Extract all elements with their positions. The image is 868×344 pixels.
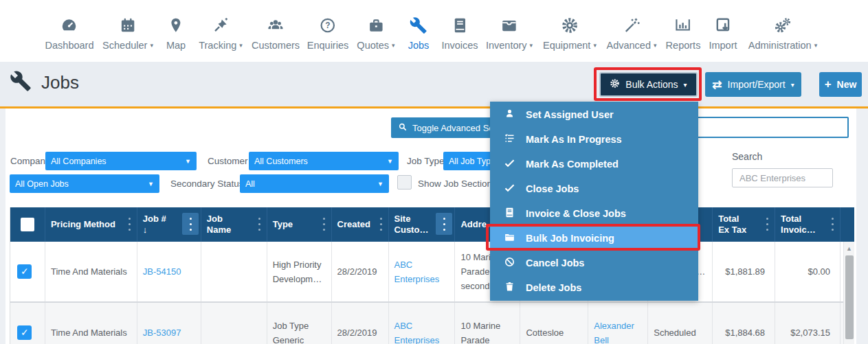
customer-filter-select[interactable]: All Customers ▼: [249, 152, 399, 170]
wrench-icon: [410, 16, 427, 37]
row-checkbox[interactable]: ✓: [17, 325, 32, 340]
nav-label: Advanced: [606, 40, 651, 51]
annotation-box-bulk-actions: [594, 67, 702, 101]
site-customer-link[interactable]: ABC Enterprises: [394, 319, 440, 344]
toggle-advanced-search-label: Toggle Advanced Search: [412, 123, 501, 133]
cell-job-name: [201, 242, 267, 301]
show-job-sections-checkbox[interactable]: [397, 175, 412, 190]
company-filter-select[interactable]: All Companies ▼: [45, 152, 197, 170]
menu-item-set-assigned-user[interactable]: Set Assigned User: [490, 102, 698, 127]
nav-item-reports[interactable]: Reports: [666, 16, 701, 51]
column-header-total-ex-tax[interactable]: Total Ex Tax: [713, 207, 775, 242]
toggle-advanced-search-button[interactable]: Toggle Advanced Search: [391, 117, 501, 138]
nav-label: Customers: [252, 40, 300, 51]
scrollbar-thumb[interactable]: [845, 255, 854, 339]
menu-item-invoice-and-close-jobs[interactable]: Invoice & Close Jobs: [490, 201, 698, 226]
nav-item-equipment[interactable]: Equipment▾: [543, 16, 597, 51]
bar-chart-icon: [674, 16, 692, 37]
column-header-created[interactable]: Created: [332, 207, 389, 242]
menu-item-delete-jobs[interactable]: Delete Jobs: [490, 275, 698, 300]
top-navbar: Dashboard Scheduler▾ Map Tracking▾ Custo…: [0, 0, 868, 62]
nav-item-map[interactable]: Map: [166, 16, 186, 51]
book-icon: [451, 16, 469, 37]
nav-item-dashboard[interactable]: Dashboard: [45, 16, 94, 51]
column-menu-icon[interactable]: [380, 218, 382, 220]
nav-item-advanced[interactable]: Advanced▾: [606, 16, 656, 51]
column-menu-icon[interactable]: [832, 218, 834, 220]
menu-item-label: Set Assigned User: [526, 109, 614, 120]
book-icon: [504, 207, 515, 220]
column-header-total-invoiced[interactable]: Total Invoic…: [775, 207, 841, 242]
annotation-box-bulk-job-invoicing: [486, 224, 700, 251]
cell-created: 28/2/2019: [332, 242, 389, 301]
page-title: Jobs: [41, 72, 79, 93]
menu-item-cancel-jobs[interactable]: Cancel Jobs: [490, 251, 698, 275]
customer-filter-label: Customer: [208, 156, 248, 166]
cell-pricing-method: Time And Materials: [45, 242, 137, 301]
cell-address: 10 Marine Parade: [455, 303, 520, 344]
ban-icon: [504, 256, 515, 270]
select-all-checkbox[interactable]: [21, 218, 34, 231]
column-menu-icon[interactable]: [129, 218, 131, 220]
nav-item-quotes[interactable]: Quotes▾: [357, 16, 394, 51]
column-menu-icon[interactable]: [258, 218, 260, 220]
column-menu-button[interactable]: [182, 213, 199, 235]
column-menu-icon[interactable]: [323, 218, 325, 220]
app-window: Dashboard Scheduler▾ Map Tracking▾ Custo…: [0, 0, 868, 344]
nav-label: Import: [709, 40, 737, 51]
chevron-down-icon: ▼: [377, 181, 383, 187]
cell-total-ex-tax: $1,881.89: [713, 242, 775, 301]
status-filter-select[interactable]: All Open Jobs ▼: [10, 174, 159, 193]
chevron-down-icon: ▼: [148, 181, 154, 187]
job-number-link[interactable]: JB-54150: [143, 264, 181, 279]
column-header-pricing-method[interactable]: Pricing Method: [45, 207, 137, 242]
nav-item-customers[interactable]: Customers: [252, 16, 300, 51]
nav-item-tracking[interactable]: Tracking▾: [199, 16, 243, 51]
cell-type: High Priority Developm…: [267, 242, 332, 301]
job-number-link[interactable]: JB-53097: [143, 325, 181, 340]
nav-label: Scheduler: [102, 40, 147, 51]
nav-item-enquiries[interactable]: ? Enquiries: [307, 16, 348, 51]
site-customer-link[interactable]: ABC Enterprises: [394, 257, 440, 286]
chevron-down-icon: ▾: [239, 42, 243, 49]
nav-item-administration[interactable]: Administration▾: [748, 16, 817, 51]
column-header-job-name[interactable]: Job Name: [201, 207, 267, 242]
menu-item-mark-as-in-progress[interactable]: Mark As In Progress: [490, 127, 698, 152]
list-icon: [504, 133, 515, 146]
column-header-site-customer[interactable]: Site Custo…: [389, 207, 456, 242]
nav-item-inventory[interactable]: Inventory▾: [486, 16, 533, 51]
row-checkbox[interactable]: ✓: [17, 264, 32, 279]
trash-icon: [504, 281, 515, 295]
menu-item-label: Invoice & Close Jobs: [526, 208, 626, 219]
gears-icon: [774, 16, 792, 37]
table-row[interactable]: ✓ Time And Materials JB-54150 High Prior…: [10, 242, 854, 303]
search-input[interactable]: [732, 168, 833, 187]
nav-label: Invoices: [441, 40, 478, 51]
nav-item-invoices[interactable]: Invoices: [441, 16, 478, 51]
menu-item-close-jobs[interactable]: Close Jobs: [490, 176, 698, 201]
column-header-job-number[interactable]: Job #↓: [137, 207, 201, 242]
import-export-button[interactable]: ⇄ Import/Export ▾: [705, 72, 801, 97]
assigned-user-link[interactable]: Alexander Bell: [594, 319, 634, 344]
chevron-down-icon: ▾: [654, 42, 657, 49]
vertical-scrollbar[interactable]: ▲: [843, 242, 854, 344]
column-menu-button[interactable]: [436, 213, 452, 235]
menu-item-mark-as-completed[interactable]: Mark As Completed: [490, 152, 698, 176]
scroll-up-icon[interactable]: ▲: [844, 242, 854, 252]
nav-item-scheduler[interactable]: Scheduler▾: [102, 16, 153, 51]
table-row[interactable]: ✓ Time And Materials JB-53097 Job Type G…: [10, 303, 854, 344]
secondary-status-filter-select[interactable]: All ▼: [240, 174, 389, 193]
import-export-label: Import/Export: [728, 79, 786, 90]
column-header-type[interactable]: Type: [267, 207, 332, 242]
column-menu-icon[interactable]: [766, 218, 768, 220]
cell-suburb: Cottesloe: [520, 303, 588, 344]
jobs-table: Pricing Method Job #↓ Job Name Type Crea…: [10, 207, 854, 344]
nav-item-import[interactable]: Import: [709, 16, 737, 51]
map-pin-icon: [167, 16, 185, 37]
new-button[interactable]: + New: [819, 72, 862, 97]
user-icon: [504, 108, 515, 122]
nav-item-jobs[interactable]: Jobs: [408, 16, 430, 51]
cell-total-ex-tax: $1,884.68: [713, 303, 775, 344]
check-icon: [504, 182, 515, 196]
company-filter-label: Company: [10, 156, 50, 166]
